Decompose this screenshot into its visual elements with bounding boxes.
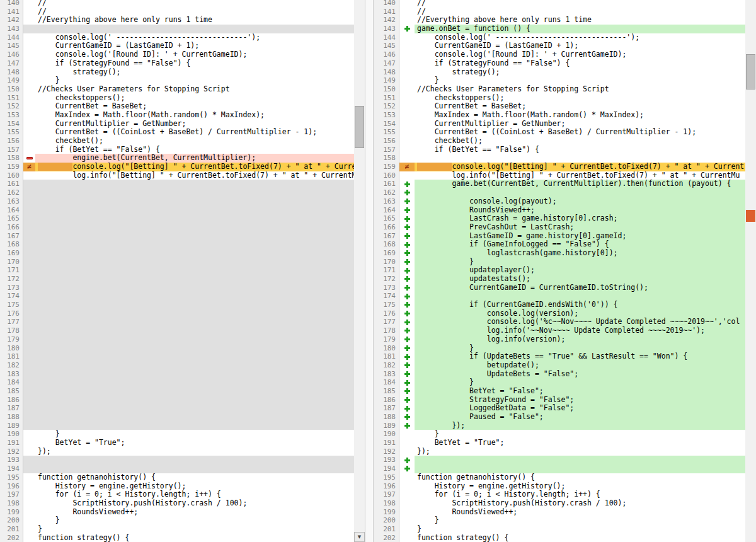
diff-icon-margin	[23, 171, 35, 180]
diff-icon-margin	[23, 301, 35, 309]
code-row: 170	[0, 258, 354, 267]
line-number: 159	[0, 163, 23, 171]
code-text: }	[35, 430, 354, 439]
code-text	[35, 404, 354, 413]
diff-icon-margin	[23, 128, 35, 137]
line-number: 146	[0, 50, 23, 59]
right-scrollbar-thumb[interactable]	[746, 54, 755, 89]
diff-icon-margin	[23, 473, 35, 482]
code-row: 160 log.info("[Betting] " + CurrentBet.t…	[374, 171, 745, 180]
code-text: ScriptHistory.push(History.crash / 100);	[35, 499, 354, 508]
code-row: 202function strategy() {	[374, 534, 745, 542]
diff-icon-margin	[399, 464, 415, 473]
code-text	[35, 378, 354, 387]
diff-icon-margin	[23, 352, 35, 361]
diff-icon-margin	[23, 206, 35, 215]
code-row: 152 CurrentBet = BaseBet;	[374, 102, 745, 111]
code-row: 163	[0, 197, 354, 206]
code-text: StrategyFound = "False";	[415, 396, 745, 405]
line-number: 153	[374, 111, 399, 120]
scroll-down-button[interactable]: ▼	[354, 532, 365, 542]
added-line-icon	[404, 285, 410, 291]
code-text: });	[35, 447, 354, 456]
line-number: 142	[0, 16, 23, 25]
code-row: 140//	[374, 0, 745, 8]
code-text	[35, 292, 354, 301]
line-number: 175	[374, 301, 399, 309]
added-line-icon	[404, 302, 410, 308]
diff-icon-margin	[399, 370, 415, 379]
code-row: 188 Paused = "False";	[374, 413, 745, 422]
diff-icon-margin	[399, 197, 415, 206]
code-row: 154 CurrentMultiplier = GetNumber;	[0, 120, 354, 129]
code-row: 161	[0, 180, 354, 188]
line-number: 163	[374, 197, 399, 206]
code-text: }	[415, 258, 745, 267]
line-number: 185	[0, 387, 23, 396]
left-pane-scrollbar[interactable]: ▼	[354, 0, 365, 542]
code-text: ScriptHistory.push(History.crash / 100);	[415, 499, 745, 508]
code-text: strategy();	[35, 68, 354, 77]
added-line-icon	[404, 207, 410, 213]
code-row: 184 }	[374, 378, 745, 387]
added-line-icon	[404, 320, 410, 325]
line-number: 162	[0, 188, 23, 197]
code-text	[35, 352, 354, 361]
diff-icon-margin	[399, 25, 415, 33]
right-code-pane[interactable]: 140//141//142//Everything above here onl…	[374, 0, 745, 542]
diff-icon-margin	[23, 258, 35, 267]
code-row: 169	[0, 249, 354, 258]
code-row: 187	[0, 404, 354, 413]
right-pane-scrollbar[interactable]	[745, 0, 756, 542]
code-row: 165 LastCrash = game.history[0].crash;	[374, 214, 745, 223]
diff-icon-margin	[399, 404, 415, 413]
diff-icon-margin	[399, 473, 415, 482]
code-text: }	[415, 525, 745, 534]
code-text: RoundsViewed++;	[415, 206, 745, 215]
line-number: 164	[374, 206, 399, 215]
line-number: 147	[374, 59, 399, 68]
code-text: console.log(version);	[415, 309, 745, 318]
diff-icon-margin	[399, 33, 415, 42]
code-row: 166	[0, 223, 354, 232]
diff-icon-margin	[23, 309, 35, 318]
line-number: 191	[0, 439, 23, 447]
line-number: 168	[374, 240, 399, 249]
code-text: function getnanohistory() {	[35, 473, 354, 482]
code-text: History = engine.getHistory();	[35, 482, 354, 491]
line-number: 164	[0, 206, 23, 215]
code-text: History = engine.getHistory();	[415, 482, 745, 491]
code-text: if (BetYet == "False") {	[35, 146, 354, 154]
code-row: 149 }	[0, 76, 354, 85]
code-text: LastCrash = game.history[0].crash;	[415, 214, 745, 223]
pane-splitter[interactable]	[365, 0, 374, 542]
left-scrollbar-thumb[interactable]	[355, 106, 364, 148]
added-line-icon	[404, 466, 410, 471]
line-number: 189	[0, 422, 23, 430]
code-row: 156 checkbet();	[0, 137, 354, 146]
diff-icon-margin	[399, 292, 415, 301]
line-number: 150	[0, 85, 23, 94]
diff-icon-margin	[399, 50, 415, 59]
line-number: 152	[0, 102, 23, 111]
code-row: 187 LoggedBetData = "False";	[374, 404, 745, 413]
code-row: 169 loglastcrash(game.history[0]);	[374, 249, 745, 258]
code-text: checkstoppers();	[415, 94, 745, 103]
left-code-pane[interactable]: 140//141//142//Everything above here onl…	[0, 0, 354, 542]
code-row: 177	[0, 318, 354, 326]
code-row: 193	[374, 456, 745, 464]
left-code-rows: 140//141//142//Everything above here onl…	[0, 0, 354, 542]
code-text	[35, 240, 354, 249]
code-row: 147 if (StrategyFound == "False") {	[374, 59, 745, 68]
removed-line-icon	[26, 157, 33, 159]
diff-icon-margin	[399, 335, 415, 344]
line-number: 152	[374, 102, 399, 111]
line-number: 197	[0, 490, 23, 499]
code-row: 178	[0, 326, 354, 335]
line-number: 148	[374, 68, 399, 77]
code-row: 200 }	[374, 516, 745, 525]
line-number: 200	[374, 516, 399, 525]
line-number: 178	[374, 326, 399, 335]
diff-icon-margin	[399, 111, 415, 120]
line-number: 149	[374, 76, 399, 85]
